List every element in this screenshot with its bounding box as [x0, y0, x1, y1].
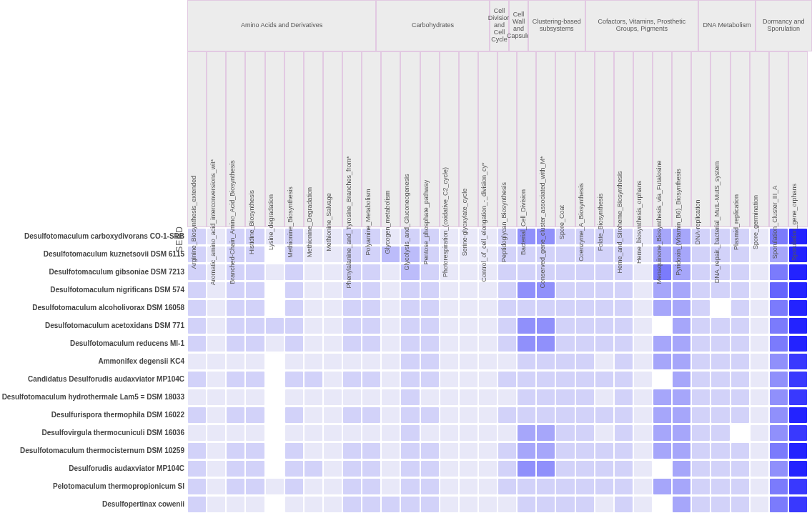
heatmap-cell [324, 336, 342, 352]
heatmap-cell [421, 461, 439, 477]
col-header-label: Spore_Coat [558, 205, 565, 239]
heatmap-cell [343, 425, 361, 441]
heatmap-cell [770, 497, 788, 512]
row-label: Desulfotomaculum alcoholivorax DSM 16058 [0, 304, 187, 312]
heatmap-cell [304, 318, 322, 334]
table-row: Desulfurispora thermophila DSM 16022 [0, 406, 812, 424]
heatmap-cell [227, 425, 244, 441]
table-row: Desulfotomaculum thermocisternum DSM 102… [0, 442, 812, 459]
cells [187, 406, 812, 424]
heatmap-cell [751, 461, 768, 477]
heatmap-cell [362, 300, 380, 316]
heatmap-cell [653, 479, 671, 494]
col-header-label: Menaquinone_Biosynthesis_via_Futalosine [655, 160, 663, 284]
heatmap-cell [789, 443, 807, 459]
heatmap-cell [770, 354, 788, 369]
heatmap-cell [576, 372, 594, 387]
row-label: Desulfopertinax cowenii [0, 500, 187, 508]
col-header: Pyridoxin_(Vitamin_B6)_Biosynthesis [672, 51, 691, 227]
heatmap-cell [382, 336, 400, 352]
heatmap-cell [673, 479, 690, 494]
heatmap-cell [227, 372, 244, 387]
heatmap-cell [634, 461, 652, 477]
heatmap-cell [731, 318, 749, 334]
heatmap-cell [673, 282, 690, 298]
heatmap-cell [479, 336, 497, 352]
heatmap-cell [285, 282, 303, 298]
heatmap-cell [421, 336, 439, 352]
col-header-label: Pyridoxin_(Vitamin_B6)_Biosynthesis [675, 169, 682, 275]
heatmap-cell [401, 479, 419, 494]
heatmap-cell [188, 443, 206, 459]
heatmap-cell [634, 407, 652, 423]
row-label: Desulfotomaculum acetoxidans DSM 771 [0, 322, 187, 329]
col-header: Control_of_cell_elongation_-_division_cy… [478, 51, 497, 227]
col-header: Methionine_Degradation [304, 51, 323, 227]
heatmap-cell [556, 443, 574, 459]
heatmap-cell [537, 425, 555, 441]
heatmap-cell [731, 497, 749, 512]
heatmap-cell [711, 318, 729, 334]
col-header: Glycolysis_and_Gluconeogenesis [400, 51, 420, 227]
table-row: Desulfotomaculum alcoholivorax DSM 16058 [0, 299, 812, 317]
heatmap-cell [518, 461, 535, 477]
heatmap-cell [498, 425, 516, 441]
heatmap-cell [227, 318, 244, 334]
heatmap-cell [421, 282, 439, 298]
heatmap-cell [343, 336, 361, 352]
heatmap-cell [518, 389, 535, 405]
col-header-label: Polyamine_Metabolism [365, 189, 372, 255]
heatmap-cell [207, 336, 225, 352]
heatmap-cell [401, 300, 419, 316]
heatmap-cell [246, 479, 264, 494]
heatmap-cell [362, 372, 380, 387]
heatmap-cell [770, 264, 788, 280]
heatmap-cell [518, 425, 535, 441]
heatmap-cell [343, 389, 361, 405]
heatmap-cell [324, 497, 342, 512]
col-header-label: Glycolysis_and_Gluconeogenesis [403, 174, 410, 270]
heatmap-cell [188, 497, 206, 512]
heatmap-cell [498, 282, 516, 298]
heatmap-cell [362, 479, 380, 494]
heatmap-cell [304, 336, 322, 352]
heatmap-cell [401, 372, 419, 387]
seed-label-cell: SEED [0, 51, 187, 227]
heatmap-cell [382, 389, 400, 405]
heatmap-cell [188, 479, 206, 494]
heatmap-cell [479, 282, 497, 298]
heatmap-cell [537, 300, 555, 316]
heatmap-cell [304, 443, 322, 459]
heatmap-cell [556, 389, 574, 405]
heatmap-cell [343, 461, 361, 477]
heatmap-cell [615, 300, 633, 316]
heatmap-cell [615, 407, 633, 423]
row-label: Desulfotomaculum kuznetsovii DSM 6115 [0, 250, 187, 258]
heatmap-cell [595, 479, 613, 494]
col-header: Aromatic_amino_acid_interconversions_wit… [207, 51, 226, 227]
heatmap-cell [362, 461, 380, 477]
heatmap-cell [711, 461, 729, 477]
heatmap-cell [421, 407, 439, 423]
col-header-label: Methionine_Biosynthesis [287, 186, 294, 258]
heatmap-cell [731, 407, 749, 423]
col-header: Sporulation_gene_orphans [788, 51, 808, 227]
col-header: Sporulation_Cluster_III_A [769, 51, 788, 227]
heatmap-cell [789, 407, 807, 423]
heatmap-cell [711, 443, 729, 459]
heatmap-cell [615, 389, 633, 405]
heatmap-cell [518, 264, 535, 280]
heatmap-cell [537, 354, 555, 369]
cells [187, 352, 812, 370]
col-header-label: Plasmid_replication [733, 194, 740, 250]
heatmap-cell [692, 354, 710, 369]
heatmap-cell [634, 389, 652, 405]
heatmap-cell [401, 425, 419, 441]
heatmap-cell [246, 372, 264, 387]
heatmap-cell [460, 389, 477, 405]
heatmap-cell [731, 282, 749, 298]
heatmap-cell [382, 461, 400, 477]
col-header-label: Glycogen_metabolism [384, 190, 391, 254]
heatmap-cell [653, 300, 671, 316]
heatmap-cell [421, 425, 439, 441]
